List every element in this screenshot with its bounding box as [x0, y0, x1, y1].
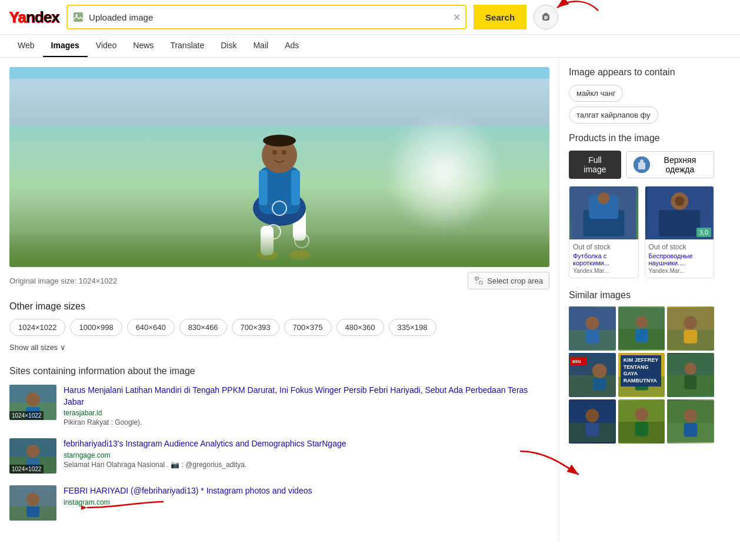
thumb-image-2 [9, 485, 56, 521]
similar-img-4[interactable]: KIM JEFFREYTENTANGGAYARAMBUTNYA [618, 353, 665, 397]
product-card-0[interactable]: Out of stock Футболка с короткими... Yan… [569, 186, 639, 278]
image-tags: майкл чанг талгат кайрлапов фу [569, 85, 714, 124]
similar-img-7[interactable] [618, 399, 665, 444]
svg-point-72 [685, 362, 697, 375]
similar-img-2[interactable] [667, 306, 714, 351]
similar-svg-7 [618, 399, 665, 444]
similar-svg-8 [667, 399, 714, 444]
svg-point-29 [26, 445, 39, 458]
tag-michael-chang[interactable]: майкл чанг [569, 85, 623, 102]
size-tag-0[interactable]: 1024×1022 [9, 319, 65, 336]
crop-icon [474, 276, 484, 285]
svg-rect-35 [26, 506, 39, 517]
size-tags-container: 1024×1022 1000×998 640×640 830×466 700×3… [9, 319, 549, 336]
svg-point-47 [675, 196, 684, 206]
svg-text:asu: asu [572, 358, 581, 364]
thumb-size-label-0: 1024×1022 [9, 411, 44, 420]
site-info-0: Harus Menjalani Latihan Mandiri di Tenga… [64, 385, 549, 426]
site-item-2: FEBRI HARIYADI (@febrihariyadi13) * Inst… [9, 485, 549, 521]
similar-img-0[interactable] [569, 306, 616, 351]
clear-search-button[interactable]: ✕ [448, 12, 465, 23]
site-link-2[interactable]: FEBRI HARIYADI (@febrihariyadi13) * Inst… [64, 485, 549, 497]
size-tag-2[interactable]: 640×640 [127, 319, 175, 336]
select-crop-button[interactable]: Select crop area [468, 272, 549, 289]
svg-point-80 [635, 408, 648, 421]
product-card-image-1: 3,0 [645, 186, 714, 239]
similar-img-1[interactable] [618, 306, 665, 351]
nav-disk[interactable]: Disk [212, 35, 245, 57]
svg-rect-45 [659, 210, 700, 236]
similar-img-8[interactable] [667, 399, 714, 444]
left-panel: Original image size: 1024×1022 Select cr… [0, 58, 559, 542]
camera-arrow-annotation [551, 0, 604, 25]
size-tag-3[interactable]: 830×466 [179, 319, 227, 336]
similar-img-6[interactable] [569, 399, 616, 444]
nav-video[interactable]: Video [88, 35, 125, 57]
product-image-svg-0 [569, 186, 638, 239]
tag-talgat[interactable]: талгат кайрлапов фу [569, 106, 658, 124]
products-title: Products in the image [569, 133, 714, 144]
camera-search-button[interactable] [534, 5, 558, 29]
nav-web[interactable]: Web [9, 35, 43, 57]
similar-img-3[interactable]: asu [569, 353, 616, 397]
svg-point-15 [272, 150, 277, 155]
site-thumb-2[interactable] [9, 485, 56, 521]
svg-rect-12 [259, 170, 268, 205]
similar-svg-1 [618, 306, 665, 351]
site-domain-1: starngage.com [64, 451, 549, 459]
search-button[interactable]: Search [474, 5, 526, 29]
similar-images-grid: asu KIM JEFFREYTENTANGGAYARAMBUTNYA [569, 306, 714, 444]
svg-point-25 [26, 392, 40, 406]
image-footer: Original image size: 1024×1022 Select cr… [9, 272, 549, 289]
similar-svg-2 [667, 306, 714, 351]
svg-rect-85 [684, 423, 698, 437]
site-link-0[interactable]: Harus Menjalani Latihan Mandiri di Tenga… [64, 385, 549, 408]
kim-jeffrey-overlay: KIM JEFFREYTENTANGGAYARAMBUTNYA [621, 355, 662, 386]
product-card-1[interactable]: 3,0 Out of stock Беспроводные наушники..… [645, 186, 715, 278]
svg-point-64 [592, 364, 607, 378]
svg-rect-51 [585, 330, 599, 344]
product-title-1[interactable]: Беспроводные наушники.... [649, 252, 711, 266]
size-tag-6[interactable]: 480×360 [336, 319, 384, 336]
product-card-image-0 [569, 186, 638, 239]
svg-point-4 [545, 16, 548, 19]
product-title-0[interactable]: Футболка с короткими... [573, 252, 635, 266]
svg-rect-55 [635, 329, 648, 342]
site-desc-1: Selamat Hari Olahraga Nasional . 📷 : @gr… [64, 461, 549, 469]
size-tag-7[interactable]: 335×198 [389, 319, 436, 336]
size-tag-1[interactable]: 1000×998 [70, 319, 122, 336]
site-domain-0: terasjabar.id [64, 409, 549, 417]
svg-rect-22 [479, 281, 482, 284]
product-source-1: Yandex.Mar... [649, 268, 711, 274]
nav-mail[interactable]: Mail [245, 35, 276, 57]
site-domain-2: instagram.com [64, 498, 549, 506]
search-input[interactable] [89, 12, 448, 22]
site-thumb-1[interactable]: 1024×1022 [9, 438, 56, 474]
верхняя-одежда-button[interactable]: Верхняя одежда [626, 151, 714, 178]
svg-point-58 [684, 316, 698, 329]
similar-img-5[interactable] [667, 353, 714, 397]
nav-images[interactable]: Images [43, 35, 88, 57]
svg-rect-38 [638, 162, 645, 169]
product-status-1: Out of stock [649, 243, 711, 251]
full-image-button[interactable]: Full image [569, 151, 621, 179]
site-info-2: FEBRI HARIYADI (@febrihariyadi13) * Inst… [64, 485, 549, 508]
show-all-sizes-label: Show all sizes [9, 343, 58, 352]
site-thumb-0[interactable]: 1024×1022 [9, 385, 56, 420]
similar-svg-5 [667, 353, 714, 397]
site-desc-0: Pikiran Rakyat : Google). [64, 418, 549, 426]
nav-ads[interactable]: Ads [276, 35, 307, 57]
svg-point-43 [598, 192, 609, 204]
original-size-text: Original image size: 1024×1022 [9, 276, 117, 285]
svg-point-39 [640, 159, 644, 163]
svg-point-54 [635, 316, 648, 328]
show-all-sizes-button[interactable]: Show all sizes ∨ [9, 343, 549, 352]
product-source-0: Yandex.Mar... [573, 268, 635, 274]
nav-news[interactable]: News [125, 35, 162, 57]
nav-translate[interactable]: Translate [162, 35, 212, 57]
size-tag-5[interactable]: 700×375 [284, 319, 332, 336]
size-tag-4[interactable]: 700×393 [232, 319, 279, 336]
site-link-1[interactable]: febrihariyadi13's Instagram Audience Ana… [64, 438, 549, 450]
ball-blur-overlay [385, 114, 502, 232]
camera-button-wrapper [534, 5, 558, 29]
